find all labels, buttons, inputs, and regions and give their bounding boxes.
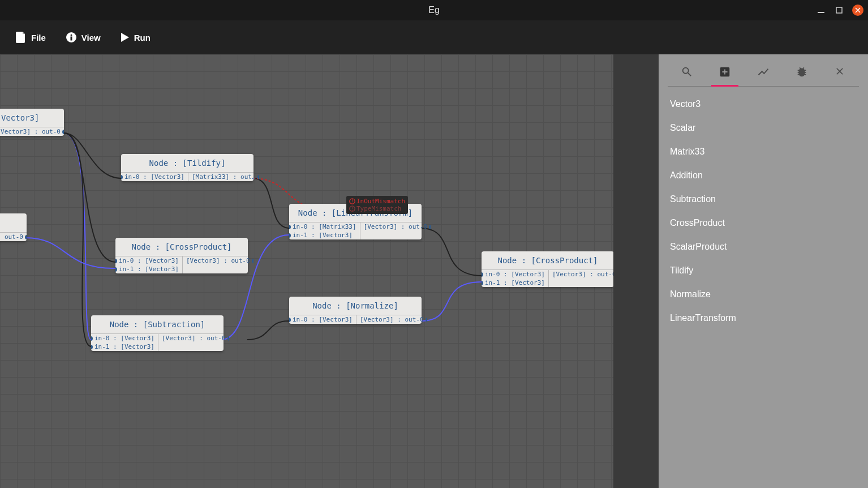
node-type-item[interactable]: Addition — [668, 164, 859, 187]
node-type-item[interactable]: CrossProduct — [668, 211, 859, 235]
node-type-item[interactable]: Matrix33 — [668, 140, 859, 164]
port-out[interactable]: [Vector3] : out-0 — [0, 127, 64, 136]
port-in[interactable]: in-0 : [Matrix33] — [289, 222, 360, 231]
port-in[interactable]: in-0 : [Vector3] — [289, 315, 356, 324]
titlebar: Eg — [0, 0, 868, 20]
activity-icon — [757, 66, 770, 78]
tab-activity[interactable] — [750, 66, 777, 80]
node-type-item[interactable]: Normalize — [668, 282, 859, 306]
bug-icon — [796, 66, 808, 78]
error-icon: ! — [349, 198, 355, 204]
node-crossproduct-1[interactable]: Node : [CrossProduct] in-0 : [Vector3] i… — [115, 238, 248, 273]
node-tildify[interactable]: Node : [Tildify] in-0 : [Vector3] [Matri… — [121, 154, 253, 181]
port-in[interactable]: in-0 : [Vector3] — [115, 256, 182, 265]
port-out[interactable]: [Matrix33] : out… — [188, 173, 259, 181]
zoom-icon — [681, 66, 693, 78]
port-in[interactable]: in-0 : [Vector3] — [91, 334, 158, 343]
svg-rect-1 — [836, 7, 842, 13]
tab-zoom[interactable] — [673, 66, 701, 80]
maximize-button[interactable] — [834, 5, 844, 15]
node-type-item[interactable]: LinearTransform — [668, 306, 859, 330]
node-type-item[interactable]: Subtraction — [668, 187, 859, 211]
node-crossproduct-2[interactable]: Node : [CrossProduct] in-0 : [Vector3] i… — [482, 251, 613, 287]
port-out[interactable]: [Vector3] : out-0 — [360, 222, 431, 231]
port-out[interactable]: [Vector3] : out-0 — [356, 315, 427, 324]
port-in[interactable]: in-1 : [Vector3] — [289, 231, 360, 239]
node-unknown[interactable]: out-0 — [0, 213, 27, 241]
error-icon: ! — [349, 206, 355, 212]
node-normalize[interactable]: Node : [Normalize] in-0 : [Vector3] [Vec… — [289, 297, 422, 324]
close-button[interactable] — [852, 5, 863, 16]
tab-add-node[interactable] — [711, 66, 738, 80]
node-subtraction[interactable]: Node : [Subtraction] in-0 : [Vector3] in… — [91, 315, 224, 351]
port-out[interactable]: [Vector3] : out-0 — [549, 270, 613, 279]
node-type-item[interactable]: Vector3 — [668, 92, 859, 116]
port-in[interactable]: in-1 : [Vector3] — [91, 343, 158, 351]
add-box-icon — [719, 66, 731, 78]
tab-debug[interactable] — [788, 66, 815, 80]
play-icon — [121, 33, 129, 42]
sidebar-tabs — [668, 66, 859, 87]
port-out[interactable]: [Vector3] : out-0 — [183, 256, 253, 265]
port-out[interactable]: out-0 — [0, 233, 27, 241]
node-error-tooltip: !InOutMismatch !TypeMismatch — [346, 196, 408, 214]
window-controls — [816, 5, 863, 16]
port-out[interactable]: [Vector3] : out-0 — [158, 334, 229, 343]
node-type-list: Vector3ScalarMatrix33AdditionSubtraction… — [668, 92, 859, 330]
tab-close[interactable] — [826, 66, 853, 80]
file-menu[interactable]: File — [16, 32, 46, 43]
svg-text:!: ! — [351, 199, 354, 204]
minimize-button[interactable] — [816, 5, 826, 15]
graph-canvas[interactable]: [Vector3] [Vector3] : out-0 out-0 Node :… — [0, 54, 613, 488]
svg-rect-4 — [70, 37, 72, 41]
port-in[interactable]: in-0 : [Vector3] — [121, 173, 188, 181]
node-type-item[interactable]: Tildify — [668, 259, 859, 282]
svg-point-3 — [70, 35, 72, 36]
svg-text:!: ! — [351, 207, 354, 212]
run-menu[interactable]: Run — [121, 33, 151, 42]
port-in[interactable]: in-1 : [Vector3] — [482, 279, 548, 287]
toolbar: File View Run — [0, 20, 868, 54]
port-in[interactable]: in-0 : [Vector3] — [482, 270, 548, 279]
port-in[interactable]: in-1 : [Vector3] — [115, 265, 182, 273]
file-icon — [16, 32, 26, 43]
window-title: Eg — [428, 5, 440, 15]
node-vector3[interactable]: [Vector3] [Vector3] : out-0 — [0, 109, 64, 136]
node-type-item[interactable]: ScalarProduct — [668, 235, 859, 259]
svg-rect-0 — [818, 12, 824, 13]
view-menu[interactable]: View — [66, 32, 101, 42]
node-type-item[interactable]: Scalar — [668, 116, 859, 140]
close-icon — [834, 66, 845, 77]
sidebar: Vector3ScalarMatrix33AdditionSubtraction… — [659, 54, 868, 488]
info-icon — [66, 32, 76, 42]
